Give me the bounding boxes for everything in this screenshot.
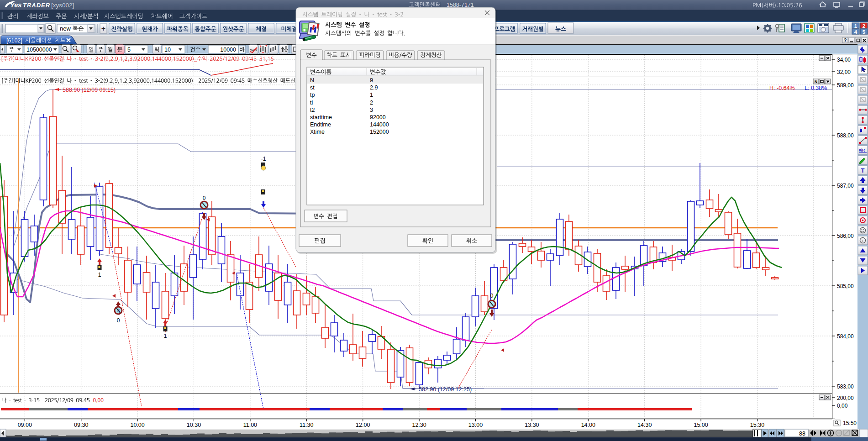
svg-text:t2: t2	[310, 107, 315, 113]
svg-text:1: 1	[370, 92, 373, 98]
svg-text:0,00: 0,00	[93, 397, 104, 404]
svg-text:L: 0.38%: L: 0.38%	[805, 85, 827, 91]
svg-text:#/R: #/R	[859, 148, 865, 152]
svg-text:[6102]: [6102]	[6, 37, 22, 44]
svg-text:N: N	[815, 79, 818, 84]
svg-text:09:00: 09:00	[18, 422, 32, 428]
svg-text:15:00: 15:00	[694, 422, 708, 428]
svg-text:4: 4	[854, 29, 857, 35]
svg-text:T: T	[861, 167, 865, 174]
svg-text:Xtime: Xtime	[310, 129, 325, 135]
svg-text:0: 0	[117, 317, 120, 324]
svg-text:34,00: 34,00	[837, 57, 851, 63]
svg-text:1: 1	[854, 23, 857, 29]
svg-text:5: 5	[863, 29, 866, 35]
svg-text:584,00: 584,00	[837, 333, 854, 340]
svg-text:tl: tl	[310, 100, 313, 106]
svg-text:0: 0	[203, 195, 206, 201]
svg-text:13:00: 13:00	[468, 422, 483, 428]
svg-text:10500000: 10500000	[26, 47, 52, 53]
svg-text:5: 5	[127, 47, 131, 53]
svg-text:588,00: 588,00	[837, 132, 854, 139]
svg-text:Yes: Yes	[10, 1, 21, 9]
svg-text:2: 2	[863, 23, 865, 29]
svg-text:587,00: 587,00	[837, 183, 854, 189]
svg-text:583,00: 583,00	[837, 383, 854, 390]
svg-text:2.9: 2.9	[370, 84, 378, 91]
svg-text:12:30: 12:30	[412, 422, 426, 428]
svg-text:14:00: 14:00	[581, 422, 595, 428]
svg-text:S: S	[117, 309, 120, 313]
svg-text:32,00: 32,00	[837, 69, 851, 75]
svg-text:H: -0.64%: H: -0.64%	[769, 85, 795, 91]
svg-text:new: new	[60, 25, 71, 32]
svg-text:588.90 (12/09 09:15): 588.90 (12/09 09:15)	[63, 87, 116, 93]
svg-text:3: 3	[370, 107, 373, 113]
svg-text:582.90 (12/09 12:25): 582.90 (12/09 12:25)	[419, 386, 472, 393]
svg-text:2: 2	[370, 100, 373, 106]
svg-text:tp: tp	[310, 92, 315, 98]
svg-text:0,00: 0,00	[837, 403, 848, 409]
svg-text:586,00: 586,00	[837, 233, 854, 239]
svg-text:?: ?	[844, 37, 847, 43]
svg-text:15:50: 15:50	[843, 420, 857, 426]
svg-text:-1: -1	[261, 156, 266, 162]
svg-text:09:30: 09:30	[74, 422, 88, 428]
svg-text:10: 10	[164, 47, 171, 53]
svg-text:Endtime: Endtime	[310, 121, 331, 128]
svg-text:144000: 144000	[370, 121, 389, 128]
svg-text:13:30: 13:30	[525, 422, 539, 428]
svg-text:N: N	[310, 77, 314, 84]
svg-text:14:30: 14:30	[637, 422, 652, 428]
svg-text:585,00: 585,00	[837, 283, 854, 289]
svg-text:i: i	[863, 239, 863, 243]
svg-text:[xys002]: [xys002]	[51, 2, 74, 9]
svg-text:11:00: 11:00	[243, 422, 257, 428]
svg-text:10:30: 10:30	[187, 422, 201, 428]
svg-text:152000: 152000	[370, 129, 389, 135]
svg-text:589,00: 589,00	[837, 82, 854, 89]
svg-text:11:30: 11:30	[300, 422, 313, 428]
svg-text:12:00: 12:00	[356, 422, 370, 428]
svg-text:10:00: 10:00	[130, 422, 144, 428]
svg-text:10000: 10000	[220, 47, 236, 53]
svg-text:1: 1	[98, 272, 101, 278]
svg-text:0: 0	[490, 293, 494, 299]
svg-text:st: st	[310, 84, 315, 91]
svg-text:15:30: 15:30	[750, 422, 764, 428]
svg-text:starttime: starttime	[310, 114, 332, 121]
svg-text:+: +	[101, 25, 105, 32]
svg-text:1: 1	[164, 333, 167, 339]
svg-text:92000: 92000	[370, 114, 386, 121]
svg-text:200,00: 200,00	[837, 395, 854, 401]
svg-text:9: 9	[370, 77, 373, 84]
svg-text:88: 88	[799, 430, 805, 437]
svg-text:TRADER: TRADER	[23, 2, 50, 9]
